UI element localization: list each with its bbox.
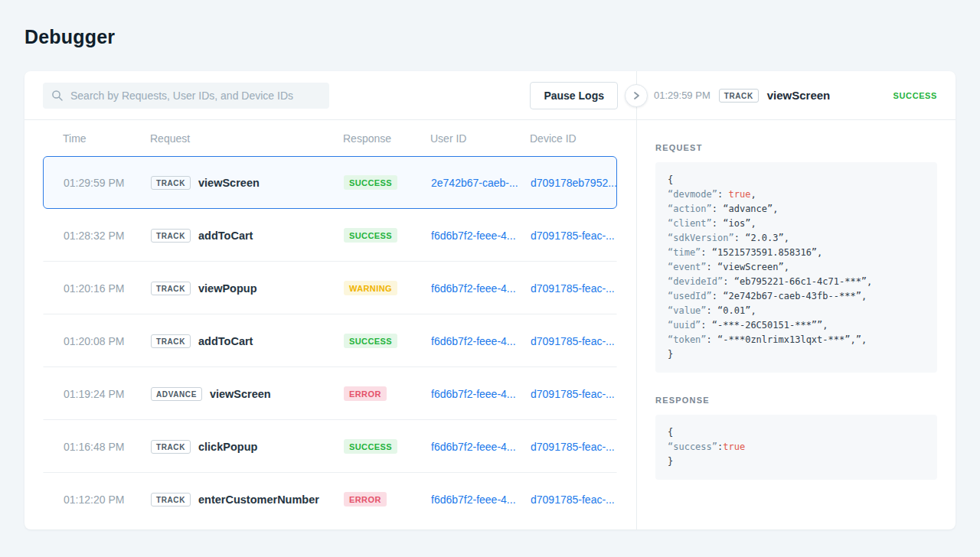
device-id-link[interactable]: d7091785-feac-...: [531, 335, 615, 347]
response-code-block: {“success”:true}: [655, 415, 937, 480]
code-line: “token”: “-***0znlrimx13lqxt-***”,”,: [668, 333, 925, 347]
detail-header: 01:29:59 PM TRACK viewScreen SUCCESS: [637, 71, 956, 120]
row-user-id: 2e742b67-caeb-...: [431, 176, 531, 190]
status-badge: SUCCESS: [344, 334, 397, 348]
code-line: “value”: “0.01”,: [668, 304, 925, 318]
device-id-link[interactable]: d7091785-feac-...: [531, 441, 615, 453]
row-time: 01:20:16 PM: [64, 282, 151, 295]
column-header-request: Request: [150, 132, 343, 145]
event-name: enterCustomerNumber: [198, 493, 319, 506]
code-line: }: [668, 454, 925, 469]
row-user-id: f6d6b7f2-feee-4...: [431, 229, 531, 243]
row-user-id: f6d6b7f2-feee-4...: [431, 493, 531, 507]
status-badge: SUCCESS: [344, 228, 397, 243]
log-toolbar: Pause Logs: [24, 71, 636, 120]
row-response: SUCCESS: [344, 334, 431, 348]
detail-time: 01:29:59 PM: [654, 90, 710, 101]
row-user-id: f6d6b7f2-feee-4...: [431, 387, 531, 401]
column-header-response: Response: [343, 132, 430, 145]
table-row[interactable]: 01:12:20 PM TRACK enterCustomerNumber ER…: [43, 473, 617, 526]
table-row[interactable]: 01:29:59 PM TRACK viewScreen SUCCESS 2e7…: [43, 156, 617, 209]
code-line: “time”: “1521573591.858316”,: [668, 246, 925, 260]
table-row[interactable]: 01:19:24 PM ADVANCE viewScreen ERROR f6d…: [43, 367, 617, 420]
code-line: “uuid”: “-***-26C50151-***””,: [668, 318, 925, 333]
code-line: {: [668, 425, 925, 440]
row-user-id: f6d6b7f2-feee-4...: [431, 282, 531, 295]
row-time: 01:16:48 PM: [64, 441, 151, 453]
debugger-card: Pause Logs Time Request Response User ID…: [24, 71, 956, 529]
device-id-link[interactable]: d7091785-feac-...: [531, 388, 615, 400]
event-name: clickPopup: [198, 441, 257, 453]
collapse-panel-button[interactable]: [625, 84, 648, 107]
user-id-link[interactable]: f6d6b7f2-feee-4...: [431, 335, 516, 347]
table-row[interactable]: 01:16:48 PM TRACK clickPopup SUCCESS f6d…: [43, 420, 617, 473]
user-id-link[interactable]: f6d6b7f2-feee-4...: [431, 493, 516, 506]
user-id-link[interactable]: f6d6b7f2-feee-4...: [431, 388, 516, 400]
search-field-wrap: [43, 83, 329, 109]
column-header-user-id: User ID: [430, 132, 530, 145]
row-request: TRACK addToCart: [151, 334, 344, 348]
row-time: 01:29:59 PM: [64, 177, 151, 189]
device-id-link[interactable]: d709178eb7952...: [531, 177, 617, 189]
status-badge: ERROR: [344, 386, 387, 401]
row-response: SUCCESS: [344, 228, 431, 243]
detail-body: REQUEST {“devmode”: true,“action”: “adva…: [637, 120, 956, 498]
row-request: TRACK addToCart: [151, 229, 344, 243]
status-badge: ERROR: [344, 492, 387, 507]
code-line: }: [668, 347, 925, 362]
row-time: 01:20:08 PM: [64, 335, 151, 347]
row-request: TRACK clickPopup: [151, 440, 344, 454]
row-time: 01:19:24 PM: [64, 388, 151, 400]
row-response: SUCCESS: [344, 175, 431, 190]
column-header-time: Time: [63, 132, 150, 145]
table-row[interactable]: 01:28:32 PM TRACK addToCart SUCCESS f6d6…: [43, 209, 617, 262]
user-id-link[interactable]: 2e742b67-caeb-...: [431, 177, 518, 189]
event-type-badge: TRACK: [151, 176, 191, 190]
event-name: viewPopup: [198, 282, 257, 295]
status-badge: SUCCESS: [344, 439, 397, 454]
search-input[interactable]: [43, 83, 329, 109]
code-line: {: [668, 173, 925, 187]
row-response: SUCCESS: [344, 439, 431, 454]
page-title: Debugger: [24, 26, 956, 48]
device-id-link[interactable]: d7091785-feac-...: [531, 230, 615, 242]
row-device-id: d7091785-feac-...: [531, 334, 616, 348]
user-id-link[interactable]: f6d6b7f2-feee-4...: [431, 441, 516, 453]
code-line: “sdkVersion”: “2.0.3”,: [668, 231, 925, 246]
pause-logs-button[interactable]: Pause Logs: [530, 82, 618, 109]
log-list-panel: Pause Logs Time Request Response User ID…: [24, 71, 636, 529]
log-table: Time Request Response User ID Device ID …: [43, 120, 617, 526]
table-row[interactable]: 01:20:16 PM TRACK viewPopup WARNING f6d6…: [43, 262, 617, 314]
event-name: viewScreen: [198, 177, 260, 189]
event-type-badge: TRACK: [151, 440, 191, 454]
device-id-link[interactable]: d7091785-feac-...: [531, 282, 615, 295]
log-table-header: Time Request Response User ID Device ID: [43, 120, 617, 156]
event-detail-panel: 01:29:59 PM TRACK viewScreen SUCCESS REQ…: [636, 71, 956, 529]
table-row[interactable]: 01:20:08 PM TRACK addToCart SUCCESS f6d6…: [43, 314, 617, 367]
detail-event-name: viewScreen: [767, 89, 831, 102]
device-id-link[interactable]: d7091785-feac-...: [531, 493, 615, 506]
row-response: ERROR: [344, 386, 431, 401]
code-line: “devideId”: “eb795221-66c1-4c71-***”,: [668, 275, 925, 289]
user-id-link[interactable]: f6d6b7f2-feee-4...: [431, 282, 516, 295]
event-type-badge: TRACK: [151, 493, 191, 507]
row-request: TRACK viewPopup: [151, 282, 344, 295]
row-response: ERROR: [344, 492, 431, 507]
row-device-id: d7091785-feac-...: [531, 440, 616, 454]
detail-event-type-badge: TRACK: [719, 89, 759, 103]
request-section-label: REQUEST: [655, 143, 937, 152]
response-section-label: RESPONSE: [655, 396, 937, 405]
row-device-id: d7091785-feac-...: [531, 229, 616, 243]
event-type-badge: TRACK: [151, 229, 191, 243]
row-device-id: d7091785-feac-...: [531, 282, 616, 295]
status-badge: WARNING: [344, 281, 397, 295]
row-response: WARNING: [344, 281, 431, 295]
event-type-badge: TRACK: [151, 334, 191, 348]
event-name: viewScreen: [210, 388, 271, 400]
row-device-id: d7091785-feac-...: [531, 387, 616, 401]
code-line: “success”:true: [668, 440, 925, 454]
row-device-id: d709178eb7952...: [531, 176, 617, 190]
chevron-right-icon: [631, 90, 642, 101]
event-type-badge: TRACK: [151, 282, 191, 295]
user-id-link[interactable]: f6d6b7f2-feee-4...: [431, 230, 516, 242]
